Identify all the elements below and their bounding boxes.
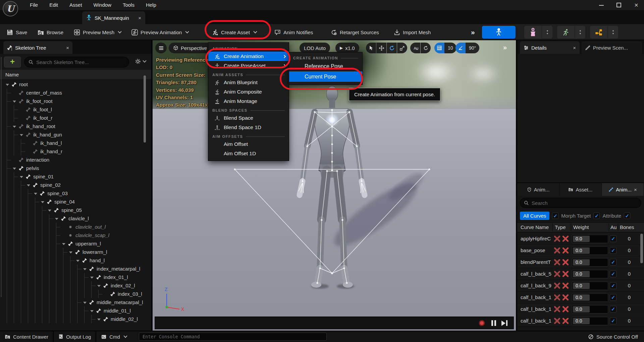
add-bone-button[interactable]: + [4, 57, 21, 67]
tree-row-spine_02[interactable]: spine_02 [0, 181, 151, 189]
unreal-logo-icon[interactable]: U [3, 1, 18, 16]
tree-row-ik_hand_r[interactable]: ik_hand_r [0, 147, 151, 156]
tree-row-ik_hand_l[interactable]: ik_hand_l [0, 139, 151, 147]
menu-item-create-poseasset[interactable]: Create PoseAsset [208, 61, 289, 70]
menubar-item-file[interactable]: File [24, 0, 44, 10]
tree-row-index_metacarpal_l[interactable]: index_metacarpal_l [0, 265, 151, 273]
auto-checkbox[interactable]: ✓ [610, 318, 616, 324]
grid-snap-button[interactable]: 10 [434, 43, 457, 53]
tree-row-pelvis[interactable]: pelvis [0, 164, 151, 172]
cmd-button[interactable]: Cmd [96, 331, 131, 342]
tab-anim-notifies-panel[interactable]: Anim... [517, 183, 559, 196]
menu-item-anim-blueprint[interactable]: Anim Blueprint [208, 78, 289, 87]
expander-icon[interactable] [69, 251, 72, 253]
tree-row-clavicle_scap_l[interactable]: clavicle_scap_l [0, 231, 151, 239]
auto-checkbox[interactable]: ✓ [610, 282, 616, 289]
tree-row-middle_02_l[interactable]: middle_02_l [0, 315, 151, 323]
weight-field[interactable]: 0.0 [572, 282, 608, 290]
minimize-button[interactable] [598, 2, 604, 8]
animation-mode-options-icon[interactable] [575, 26, 585, 39]
output-log-button[interactable]: Output Log [54, 331, 96, 342]
tree-row-spine_03[interactable]: spine_03 [0, 189, 151, 197]
blueprint-mode-options-icon[interactable] [607, 26, 618, 39]
morph-target-checkbox[interactable]: ✓ [552, 213, 558, 219]
menubar-item-window[interactable]: Window [88, 0, 117, 10]
skeleton-tree-search-input[interactable] [36, 59, 125, 65]
skeleton-mode-button[interactable] [482, 26, 516, 39]
menu-item-aim-offset-1d[interactable]: Aim Offset 1D [208, 149, 289, 158]
menu-item-blend-space[interactable]: Blend Space [208, 113, 289, 123]
tab-asset-details[interactable]: Asset... [559, 183, 602, 196]
viewport-menu-button[interactable] [155, 43, 167, 53]
tree-row-ik_foot_l[interactable]: ik_foot_l [0, 105, 151, 114]
expander-icon[interactable] [62, 243, 65, 245]
weight-field[interactable]: 0.0 [572, 305, 608, 314]
weight-field[interactable]: 0.0 [572, 293, 608, 302]
weight-field[interactable]: 0.0 [572, 235, 608, 243]
import-mesh-button[interactable]: Import Mesh [392, 24, 433, 40]
blueprint-mode-button[interactable] [590, 26, 607, 39]
curves-search[interactable] [520, 198, 641, 208]
expander-icon[interactable] [34, 193, 37, 195]
retarget-sources-button[interactable]: Retarget Sources [329, 24, 381, 40]
curve-row-calf_l_back_1[interactable]: calf_l_back_10.0✓0 [517, 303, 644, 315]
expander-icon[interactable] [76, 260, 79, 262]
animation-mode-button[interactable] [557, 26, 575, 39]
tree-row-ik_hand_gun[interactable]: ik_hand_gun [0, 130, 151, 139]
tree-row-center_of_mass[interactable]: center_of_mass [0, 89, 151, 97]
auto-checkbox[interactable]: ✓ [610, 247, 616, 254]
expander-icon[interactable] [97, 285, 101, 287]
tab-details[interactable]: Details × [520, 41, 580, 54]
submenu-item-reference-pose[interactable]: Reference Pose [289, 61, 362, 71]
expander-icon[interactable] [27, 184, 30, 186]
select-tool-button[interactable] [366, 43, 376, 53]
auto-checkbox[interactable]: ✓ [610, 271, 616, 277]
tree-settings-button[interactable] [135, 59, 146, 64]
menubar-item-tools[interactable]: Tools [117, 0, 140, 10]
tree-row-ik_foot_r[interactable]: ik_foot_r [0, 114, 151, 122]
auto-checkbox[interactable]: ✓ [610, 259, 616, 266]
menubar-item-help[interactable]: Help [140, 0, 162, 10]
tree-scrollbar[interactable] [144, 75, 146, 142]
tree-row-clavicle_l[interactable]: clavicle_l [0, 214, 151, 223]
expander-icon[interactable] [6, 84, 9, 86]
tree-row-clavicle_out_l[interactable]: clavicle_out_l [0, 223, 151, 231]
curve-row-calf_l_back_5[interactable]: calf_l_back_50.0✓0 [517, 268, 644, 280]
menu-item-anim-composite[interactable]: Anim Composite [208, 87, 289, 97]
submenu-item-current-pose[interactable]: Current Pose [289, 71, 362, 82]
menu-item-create-animation[interactable]: Create Animation [208, 52, 289, 61]
tree-row-spine_04[interactable]: spine_04 [0, 197, 151, 206]
expander-icon[interactable] [90, 277, 94, 279]
expander-icon[interactable] [20, 134, 23, 136]
weight-field[interactable]: 0.0 [572, 258, 608, 267]
mesh-mode-button[interactable] [524, 26, 542, 39]
expander-icon[interactable] [83, 302, 87, 304]
all-curves-button[interactable]: All Curves [520, 212, 549, 220]
tree-row-middle_metacarpal_l[interactable]: middle_metacarpal_l [0, 298, 151, 306]
curve-row-calf_l_back_1[interactable]: calf_l_back_10.0✓0 [517, 292, 644, 303]
tree-row-index_02_l[interactable]: index_02_l [0, 281, 151, 290]
actor-snap-button[interactable]: A [410, 43, 420, 53]
tab-preview-scene[interactable]: Preview Scen... [582, 41, 642, 54]
tree-row-ik_foot_root[interactable]: ik_foot_root [0, 97, 151, 105]
extra-filter-checkbox[interactable]: ✓ [624, 213, 630, 219]
tree-row-index_03_l[interactable]: index_03_l [0, 290, 151, 298]
content-drawer-button[interactable]: Content Drawer [0, 331, 53, 342]
tree-row-spine_01[interactable]: spine_01 [0, 172, 151, 181]
skeleton-tree-tab-close-icon[interactable]: × [66, 45, 69, 51]
expander-icon[interactable] [41, 201, 44, 203]
tree-row-index_01_l[interactable]: index_01_l [0, 273, 151, 281]
menu-item-blend-space-1d[interactable]: Blend Space 1D [208, 123, 289, 132]
skeleton-tree-tab[interactable]: Skeleton Tree × [3, 41, 72, 54]
weight-field[interactable]: 0.0 [572, 270, 608, 278]
tree-row-root[interactable]: root [0, 80, 151, 89]
expander-icon[interactable] [90, 310, 94, 312]
tab-close-icon[interactable]: × [138, 15, 141, 21]
source-control-button[interactable]: Source Control Off [588, 334, 644, 340]
auto-checkbox[interactable]: ✓ [610, 306, 616, 312]
tree-row-hand_l[interactable]: hand_l [0, 256, 151, 265]
menubar-item-asset[interactable]: Asset [64, 0, 88, 10]
menu-item-aim-offset[interactable]: Aim Offset [208, 139, 289, 149]
tree-row-upperarm_l[interactable]: upperarm_l [0, 239, 151, 248]
expander-icon[interactable] [13, 101, 16, 103]
